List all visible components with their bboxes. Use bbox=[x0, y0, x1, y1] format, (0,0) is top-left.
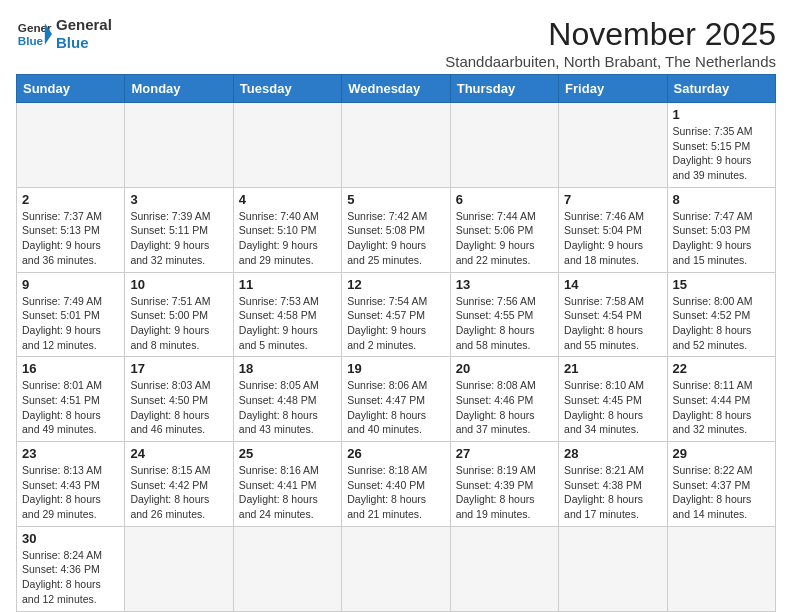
calendar-cell: 15Sunrise: 8:00 AM Sunset: 4:52 PM Dayli… bbox=[667, 272, 775, 357]
calendar-cell bbox=[125, 526, 233, 611]
page-header: General Blue General Blue November 2025 … bbox=[16, 16, 776, 70]
day-number: 14 bbox=[564, 277, 661, 292]
weekday-header: Saturday bbox=[667, 75, 775, 103]
location-subtitle: Standdaarbuiten, North Brabant, The Neth… bbox=[445, 53, 776, 70]
day-number: 15 bbox=[673, 277, 770, 292]
day-number: 30 bbox=[22, 531, 119, 546]
calendar-week-row: 9Sunrise: 7:49 AM Sunset: 5:01 PM Daylig… bbox=[17, 272, 776, 357]
calendar-cell: 1Sunrise: 7:35 AM Sunset: 5:15 PM Daylig… bbox=[667, 103, 775, 188]
calendar-cell bbox=[559, 103, 667, 188]
day-info: Sunrise: 8:18 AM Sunset: 4:40 PM Dayligh… bbox=[347, 463, 444, 522]
calendar-week-row: 2Sunrise: 7:37 AM Sunset: 5:13 PM Daylig… bbox=[17, 187, 776, 272]
day-info: Sunrise: 7:39 AM Sunset: 5:11 PM Dayligh… bbox=[130, 209, 227, 268]
day-info: Sunrise: 8:06 AM Sunset: 4:47 PM Dayligh… bbox=[347, 378, 444, 437]
day-number: 11 bbox=[239, 277, 336, 292]
calendar-cell bbox=[342, 526, 450, 611]
day-info: Sunrise: 8:11 AM Sunset: 4:44 PM Dayligh… bbox=[673, 378, 770, 437]
day-info: Sunrise: 8:22 AM Sunset: 4:37 PM Dayligh… bbox=[673, 463, 770, 522]
day-number: 12 bbox=[347, 277, 444, 292]
logo: General Blue General Blue bbox=[16, 16, 112, 52]
day-info: Sunrise: 8:05 AM Sunset: 4:48 PM Dayligh… bbox=[239, 378, 336, 437]
calendar-cell: 2Sunrise: 7:37 AM Sunset: 5:13 PM Daylig… bbox=[17, 187, 125, 272]
day-number: 21 bbox=[564, 361, 661, 376]
day-info: Sunrise: 7:35 AM Sunset: 5:15 PM Dayligh… bbox=[673, 124, 770, 183]
day-info: Sunrise: 8:03 AM Sunset: 4:50 PM Dayligh… bbox=[130, 378, 227, 437]
day-info: Sunrise: 7:58 AM Sunset: 4:54 PM Dayligh… bbox=[564, 294, 661, 353]
calendar-cell: 3Sunrise: 7:39 AM Sunset: 5:11 PM Daylig… bbox=[125, 187, 233, 272]
day-info: Sunrise: 8:16 AM Sunset: 4:41 PM Dayligh… bbox=[239, 463, 336, 522]
day-number: 29 bbox=[673, 446, 770, 461]
day-number: 9 bbox=[22, 277, 119, 292]
day-info: Sunrise: 7:56 AM Sunset: 4:55 PM Dayligh… bbox=[456, 294, 553, 353]
calendar-cell bbox=[125, 103, 233, 188]
weekday-header: Sunday bbox=[17, 75, 125, 103]
calendar-cell: 19Sunrise: 8:06 AM Sunset: 4:47 PM Dayli… bbox=[342, 357, 450, 442]
svg-text:Blue: Blue bbox=[18, 34, 44, 47]
calendar-week-row: 23Sunrise: 8:13 AM Sunset: 4:43 PM Dayli… bbox=[17, 442, 776, 527]
calendar-cell bbox=[17, 103, 125, 188]
day-number: 27 bbox=[456, 446, 553, 461]
day-number: 18 bbox=[239, 361, 336, 376]
calendar-cell: 4Sunrise: 7:40 AM Sunset: 5:10 PM Daylig… bbox=[233, 187, 341, 272]
day-info: Sunrise: 8:08 AM Sunset: 4:46 PM Dayligh… bbox=[456, 378, 553, 437]
day-number: 13 bbox=[456, 277, 553, 292]
day-number: 23 bbox=[22, 446, 119, 461]
calendar-cell bbox=[559, 526, 667, 611]
day-number: 26 bbox=[347, 446, 444, 461]
day-number: 5 bbox=[347, 192, 444, 207]
calendar-cell: 27Sunrise: 8:19 AM Sunset: 4:39 PM Dayli… bbox=[450, 442, 558, 527]
day-number: 7 bbox=[564, 192, 661, 207]
calendar-cell bbox=[450, 103, 558, 188]
day-info: Sunrise: 7:37 AM Sunset: 5:13 PM Dayligh… bbox=[22, 209, 119, 268]
day-number: 22 bbox=[673, 361, 770, 376]
day-info: Sunrise: 7:46 AM Sunset: 5:04 PM Dayligh… bbox=[564, 209, 661, 268]
calendar-cell: 28Sunrise: 8:21 AM Sunset: 4:38 PM Dayli… bbox=[559, 442, 667, 527]
day-number: 28 bbox=[564, 446, 661, 461]
logo-general-text: General bbox=[56, 16, 112, 34]
day-info: Sunrise: 7:42 AM Sunset: 5:08 PM Dayligh… bbox=[347, 209, 444, 268]
calendar-cell: 11Sunrise: 7:53 AM Sunset: 4:58 PM Dayli… bbox=[233, 272, 341, 357]
day-info: Sunrise: 8:19 AM Sunset: 4:39 PM Dayligh… bbox=[456, 463, 553, 522]
calendar-cell: 23Sunrise: 8:13 AM Sunset: 4:43 PM Dayli… bbox=[17, 442, 125, 527]
day-info: Sunrise: 7:54 AM Sunset: 4:57 PM Dayligh… bbox=[347, 294, 444, 353]
calendar-cell: 10Sunrise: 7:51 AM Sunset: 5:00 PM Dayli… bbox=[125, 272, 233, 357]
logo-blue-text: Blue bbox=[56, 34, 112, 52]
day-info: Sunrise: 8:01 AM Sunset: 4:51 PM Dayligh… bbox=[22, 378, 119, 437]
calendar-cell: 25Sunrise: 8:16 AM Sunset: 4:41 PM Dayli… bbox=[233, 442, 341, 527]
day-info: Sunrise: 8:24 AM Sunset: 4:36 PM Dayligh… bbox=[22, 548, 119, 607]
day-number: 17 bbox=[130, 361, 227, 376]
calendar-cell bbox=[233, 103, 341, 188]
calendar-cell bbox=[233, 526, 341, 611]
calendar-cell: 17Sunrise: 8:03 AM Sunset: 4:50 PM Dayli… bbox=[125, 357, 233, 442]
calendar-cell: 22Sunrise: 8:11 AM Sunset: 4:44 PM Dayli… bbox=[667, 357, 775, 442]
calendar-cell: 24Sunrise: 8:15 AM Sunset: 4:42 PM Dayli… bbox=[125, 442, 233, 527]
day-info: Sunrise: 8:15 AM Sunset: 4:42 PM Dayligh… bbox=[130, 463, 227, 522]
day-number: 1 bbox=[673, 107, 770, 122]
day-number: 2 bbox=[22, 192, 119, 207]
day-number: 4 bbox=[239, 192, 336, 207]
weekday-header: Tuesday bbox=[233, 75, 341, 103]
calendar-week-row: 1Sunrise: 7:35 AM Sunset: 5:15 PM Daylig… bbox=[17, 103, 776, 188]
day-info: Sunrise: 7:49 AM Sunset: 5:01 PM Dayligh… bbox=[22, 294, 119, 353]
day-number: 3 bbox=[130, 192, 227, 207]
day-info: Sunrise: 7:44 AM Sunset: 5:06 PM Dayligh… bbox=[456, 209, 553, 268]
day-number: 8 bbox=[673, 192, 770, 207]
calendar-cell: 13Sunrise: 7:56 AM Sunset: 4:55 PM Dayli… bbox=[450, 272, 558, 357]
calendar-cell: 7Sunrise: 7:46 AM Sunset: 5:04 PM Daylig… bbox=[559, 187, 667, 272]
day-number: 6 bbox=[456, 192, 553, 207]
weekday-header: Monday bbox=[125, 75, 233, 103]
calendar-cell: 16Sunrise: 8:01 AM Sunset: 4:51 PM Dayli… bbox=[17, 357, 125, 442]
day-info: Sunrise: 7:47 AM Sunset: 5:03 PM Dayligh… bbox=[673, 209, 770, 268]
calendar-cell: 21Sunrise: 8:10 AM Sunset: 4:45 PM Dayli… bbox=[559, 357, 667, 442]
calendar-cell bbox=[342, 103, 450, 188]
day-info: Sunrise: 8:13 AM Sunset: 4:43 PM Dayligh… bbox=[22, 463, 119, 522]
calendar-week-row: 16Sunrise: 8:01 AM Sunset: 4:51 PM Dayli… bbox=[17, 357, 776, 442]
day-number: 16 bbox=[22, 361, 119, 376]
day-info: Sunrise: 7:51 AM Sunset: 5:00 PM Dayligh… bbox=[130, 294, 227, 353]
day-info: Sunrise: 8:21 AM Sunset: 4:38 PM Dayligh… bbox=[564, 463, 661, 522]
calendar-cell: 30Sunrise: 8:24 AM Sunset: 4:36 PM Dayli… bbox=[17, 526, 125, 611]
weekday-header: Thursday bbox=[450, 75, 558, 103]
calendar-cell: 26Sunrise: 8:18 AM Sunset: 4:40 PM Dayli… bbox=[342, 442, 450, 527]
day-info: Sunrise: 7:40 AM Sunset: 5:10 PM Dayligh… bbox=[239, 209, 336, 268]
day-number: 20 bbox=[456, 361, 553, 376]
